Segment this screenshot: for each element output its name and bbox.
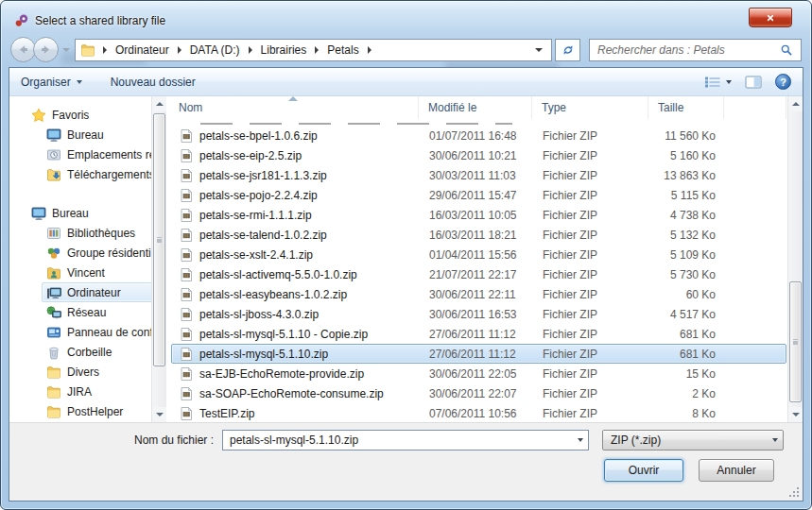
forward-button[interactable] bbox=[33, 37, 59, 62]
filename-combobox[interactable]: petals-sl-mysql-5.1.10.zip bbox=[222, 430, 589, 450]
history-dropdown-icon[interactable] bbox=[62, 48, 70, 52]
filename-value[interactable]: petals-sl-mysql-5.1.10.zip bbox=[223, 434, 572, 447]
search-icon bbox=[780, 43, 793, 57]
sidebar-item[interactable]: Bureau bbox=[26, 203, 142, 223]
breadcrumb-separator-icon[interactable] bbox=[178, 46, 181, 54]
file-size: 15 Ko bbox=[649, 367, 725, 381]
breadcrumb-separator-icon[interactable] bbox=[249, 46, 252, 54]
column-header-modified[interactable]: Modifié le bbox=[419, 96, 532, 119]
organize-menu-button[interactable]: Organiser bbox=[21, 76, 82, 89]
filetype-filter-dropdown[interactable]: ZIP (*.zip) bbox=[602, 430, 784, 450]
sidebar-item[interactable]: Corbeille bbox=[42, 342, 159, 362]
open-button[interactable]: Ouvrir bbox=[604, 459, 683, 482]
scroll-up-button[interactable] bbox=[152, 96, 166, 111]
file-row[interactable]: petals-se-eip-2.5.zip 30/06/2011 10:21 F… bbox=[171, 145, 786, 165]
resize-grip[interactable] bbox=[787, 485, 800, 498]
refresh-button[interactable] bbox=[555, 39, 580, 61]
sidebar-item[interactable]: Favoris bbox=[26, 105, 142, 125]
zip-file-icon bbox=[179, 119, 194, 120]
column-header-size[interactable]: Taille bbox=[648, 96, 724, 119]
sidebar-item[interactable]: Groupe résidenti bbox=[42, 243, 159, 263]
zip-file-icon bbox=[179, 347, 194, 362]
file-name: petals-sl-activemq-5.5.0-1.0.zip bbox=[199, 268, 357, 281]
sidebar-item[interactable]: Divers bbox=[42, 362, 159, 382]
file-type: Fichier ZIP bbox=[533, 229, 649, 242]
sidebar-item[interactable]: Réseau bbox=[42, 302, 159, 322]
file-row[interactable]: petals-se-bpel-1.0.6.zip 01/07/2011 16:4… bbox=[171, 126, 786, 145]
file-row[interactable]: petals-sl-mysql-5.1.10.zip 27/06/2011 11… bbox=[171, 344, 786, 364]
filename-dropdown-button[interactable] bbox=[572, 431, 588, 450]
file-row[interactable]: petals-sl-activemq-5.5.0-1.0.zip 21/07/2… bbox=[171, 264, 786, 284]
file-size: 2 Ko bbox=[649, 387, 725, 400]
sidebar-item[interactable]: Bureau bbox=[42, 125, 159, 144]
scroll-down-icon bbox=[792, 413, 800, 416]
sidebar-item[interactable]: PostHelper bbox=[42, 401, 159, 421]
breadcrumb-separator-icon[interactable] bbox=[103, 46, 107, 54]
address-dropdown-icon[interactable] bbox=[535, 48, 543, 52]
cancel-button[interactable]: Annuler bbox=[699, 459, 774, 482]
file-type: Fichier ZIP bbox=[533, 308, 649, 321]
zip-file-icon bbox=[179, 307, 194, 322]
file-row[interactable]: sa-SOAP-EchoRemote-consume.zip 30/06/201… bbox=[171, 383, 786, 403]
sidebar-item[interactable]: Vincent bbox=[42, 263, 159, 282]
column-header-filler bbox=[724, 96, 786, 119]
change-view-button[interactable] bbox=[704, 76, 732, 89]
search-input[interactable]: Rechercher dans : Petals bbox=[589, 39, 802, 61]
file-type: Fichier ZIP bbox=[533, 169, 649, 182]
filter-dropdown-button[interactable] bbox=[767, 431, 783, 450]
command-toolbar: Organiser Nouveau dossier ? bbox=[9, 68, 803, 96]
close-icon bbox=[765, 12, 776, 24]
file-row[interactable]: petals-se-jsr181-1.1.3.zip 30/03/2011 11… bbox=[171, 165, 786, 185]
breadcrumb-separator-icon[interactable] bbox=[315, 46, 319, 54]
file-row[interactable]: TestEIP.zip 07/06/2011 10:56 Fichier ZIP… bbox=[171, 403, 786, 423]
file-name: petals-se-eip-2.5.zip bbox=[199, 149, 302, 162]
scroll-down-button[interactable] bbox=[788, 407, 803, 422]
file-list-scrollbar[interactable] bbox=[787, 96, 803, 422]
sidebar-item[interactable]: Bibliothèques bbox=[42, 223, 159, 243]
zip-file-icon bbox=[179, 228, 194, 243]
sidebar-item[interactable]: Emplacements ré bbox=[42, 144, 159, 164]
file-row[interactable]: petals-se-pojo-2.2.4.zip 29/06/2011 15:4… bbox=[171, 185, 786, 205]
scrollbar-thumb[interactable] bbox=[789, 281, 802, 402]
column-header-type[interactable]: Type bbox=[532, 96, 648, 119]
preview-pane-button[interactable] bbox=[745, 76, 762, 89]
file-modified-date: 30/06/2011 10:21 bbox=[420, 149, 533, 162]
scroll-down-button[interactable] bbox=[152, 407, 166, 422]
scroll-up-button[interactable] bbox=[788, 96, 803, 111]
file-row[interactable]: petals-se-xslt-2.4.1.zip 01/04/2011 15:5… bbox=[171, 245, 786, 264]
file-row[interactable]: petals-sl-jboss-4.3.0.zip 30/06/2011 16:… bbox=[171, 304, 786, 324]
close-button[interactable] bbox=[749, 8, 792, 27]
zip-file-icon bbox=[179, 327, 194, 342]
file-modified-date: 30/06/2011 22:05 bbox=[420, 367, 533, 381]
scrollbar-thumb[interactable] bbox=[153, 113, 165, 366]
file-row[interactable] bbox=[171, 119, 786, 126]
breadcrumb-item[interactable]: Petals bbox=[326, 43, 359, 57]
file-size: 681 Ko bbox=[649, 348, 725, 361]
file-name: petals-se-pojo-2.2.4.zip bbox=[199, 189, 318, 202]
file-type: Fichier ZIP bbox=[533, 268, 649, 281]
file-row[interactable]: petals-se-talend-1.0.2.zip 16/03/2011 18… bbox=[171, 225, 786, 245]
breadcrumb-item[interactable]: DATA (D:) bbox=[189, 43, 241, 57]
help-button[interactable]: ? bbox=[775, 74, 791, 90]
file-row[interactable]: petals-sl-easybeans-1.0.2.zip 30/06/2011… bbox=[171, 284, 786, 304]
file-row[interactable]: sa-EJB-EchoRemote-provide.zip 30/06/2011… bbox=[171, 364, 786, 383]
back-button[interactable] bbox=[10, 37, 36, 62]
file-size: 5 160 Ko bbox=[649, 149, 725, 162]
sidebar-item[interactable]: Téléchargements bbox=[42, 164, 159, 184]
breadcrumb-item[interactable]: Ordinateur bbox=[114, 43, 170, 57]
sidebar-item[interactable]: JIRA bbox=[42, 382, 159, 401]
sidebar-scrollbar[interactable] bbox=[151, 96, 166, 422]
folder-icon bbox=[80, 42, 95, 58]
breadcrumb-separator-icon[interactable] bbox=[368, 46, 371, 54]
sidebar-item[interactable]: Panneau de conf bbox=[42, 322, 159, 342]
dialog-footer: Nom du fichier : petals-sl-mysql-5.1.10.… bbox=[9, 422, 803, 501]
new-folder-button[interactable]: Nouveau dossier bbox=[111, 76, 196, 89]
sidebar-item[interactable]: Ordinateur bbox=[42, 282, 159, 302]
file-modified-date: 16/03/2011 10:05 bbox=[420, 209, 533, 222]
breadcrumb-item[interactable]: Librairies bbox=[260, 43, 308, 57]
file-row[interactable]: petals-sl-mysql-5.1.10 - Copie.zip 27/06… bbox=[171, 324, 786, 344]
file-row[interactable]: petals-se-rmi-1.1.1.zip 16/03/2011 10:05… bbox=[171, 205, 786, 225]
sidebar-item-icon bbox=[46, 147, 61, 162]
sidebar-item-icon bbox=[46, 226, 61, 241]
help-icon: ? bbox=[780, 76, 786, 88]
